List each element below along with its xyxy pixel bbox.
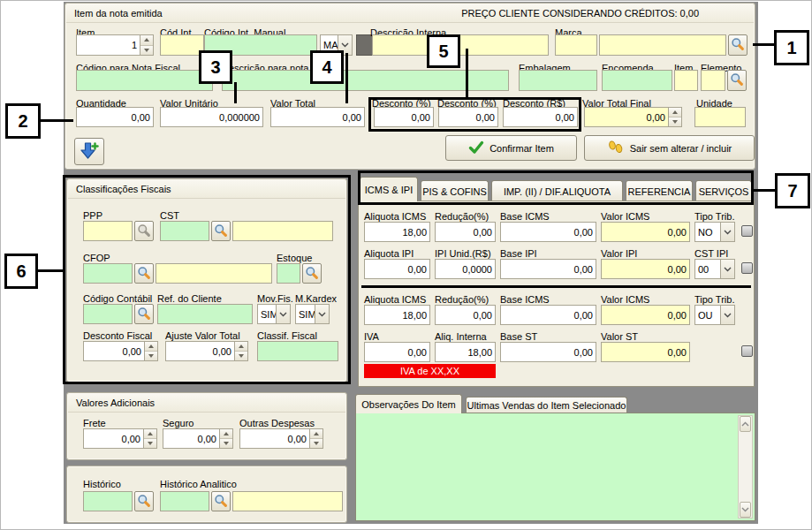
seguro-spinner[interactable] (219, 429, 232, 448)
quantidade-field[interactable]: 0,00 (76, 107, 154, 127)
cst-field[interactable] (160, 221, 209, 241)
embalagem-field[interactable] (519, 70, 597, 91)
tab-servicos[interactable]: SERVIÇOS (695, 180, 752, 201)
desconto-fiscal-spinner[interactable] (144, 342, 157, 360)
cod-int-field[interactable] (160, 34, 204, 56)
observacoes-textarea[interactable] (355, 413, 755, 521)
tab-pis-cofins[interactable]: PIS & COFINS (421, 180, 489, 201)
ppp-search-button[interactable] (134, 221, 154, 241)
historico-panel: Histórico Histórico Analitico (66, 466, 347, 523)
tab-referencia[interactable]: REFERENCIA (626, 180, 693, 201)
ajuste-vt-spinner[interactable] (234, 342, 247, 360)
historico-analitico-field[interactable] (160, 491, 209, 511)
aliquota-ipi-field[interactable]: 0,00 (364, 259, 430, 279)
item-spinner[interactable] (140, 35, 153, 55)
historico-search-button[interactable] (134, 491, 154, 511)
mov-fis-combo[interactable]: SIM (257, 304, 291, 324)
ppp-field[interactable] (83, 221, 133, 241)
valor-icms2-field[interactable]: 0,00 (601, 305, 690, 325)
marca-code-field[interactable] (555, 34, 597, 56)
aliquota-icms-field[interactable]: 18,00 (364, 222, 430, 242)
cfop-field[interactable] (83, 263, 133, 284)
icms-checkbox[interactable] (741, 225, 753, 237)
aliquota-icms2-field[interactable]: 18,00 (364, 305, 430, 325)
item-col-field[interactable] (674, 70, 698, 91)
elemento-search-button[interactable] (727, 70, 747, 91)
st-checkbox[interactable] (741, 345, 753, 357)
marca-search-button[interactable] (728, 34, 747, 56)
ajuste-vt-field[interactable]: 0,00 (165, 341, 248, 361)
cod-contabil-search-button[interactable] (134, 304, 154, 324)
chevron-down-icon[interactable] (720, 223, 734, 241)
valor-unitario-field[interactable]: 0,000000 (160, 107, 263, 127)
observacoes-scrollbar[interactable] (738, 415, 753, 519)
tab-ultimas-vendas[interactable]: Ultimas Vendas do Item Selecionado (466, 397, 627, 413)
confirmar-item-button[interactable]: Confirmar Item (445, 135, 577, 161)
valor-total-final-field[interactable]: 0,00 (584, 107, 682, 127)
unidade-field[interactable] (694, 107, 746, 127)
chevron-down-icon[interactable] (720, 260, 734, 278)
tab-icms-ipi[interactable]: ICMS & IPI (360, 177, 418, 201)
chevron-down-icon[interactable] (276, 305, 290, 323)
reducao-field[interactable]: 0,00 (435, 222, 496, 242)
classif-fiscal-field[interactable] (257, 341, 338, 361)
sair-button[interactable]: Sair sem alterar / incluir (584, 135, 755, 161)
desconto-rs-field[interactable]: 0,00 (503, 107, 578, 127)
chevron-down-icon[interactable] (720, 306, 734, 324)
scroll-down-icon[interactable] (740, 502, 751, 518)
cst-desc-field[interactable] (232, 221, 333, 241)
reducao2-field[interactable]: 0,00 (435, 305, 496, 325)
outras-despesas-spinner[interactable] (309, 429, 323, 448)
historico-analitico-search-button[interactable] (211, 491, 231, 511)
ref-cliente-field[interactable] (157, 304, 253, 324)
tab-observacoes[interactable]: Observações Do Item (355, 394, 462, 413)
valor-st-field[interactable]: 0,00 (601, 342, 690, 362)
cod-contabil-field[interactable] (83, 304, 133, 324)
estoque-field[interactable] (277, 263, 300, 284)
cst-ipi-combo[interactable]: 00 (694, 259, 735, 279)
iva-field[interactable]: 0,00 (364, 342, 430, 362)
chevron-down-icon[interactable] (315, 305, 329, 323)
historico-analitico-desc-field[interactable] (232, 491, 343, 511)
cod-nf-field[interactable] (76, 70, 213, 91)
frete-field[interactable]: 0,00 (83, 428, 157, 449)
cfop-search-button[interactable] (134, 263, 154, 284)
add-item-button[interactable] (74, 138, 104, 165)
valor-icms-field[interactable]: 0,00 (601, 222, 690, 242)
m-kardex-combo[interactable]: SIM (295, 304, 330, 324)
cst-ipi-label: CST IPI (694, 248, 728, 259)
frete-spinner[interactable] (143, 429, 156, 448)
ipi-unid-field[interactable]: 0,0000 (435, 259, 496, 279)
tipo-trib-combo[interactable]: NO (694, 222, 735, 242)
valor-ipi-field[interactable]: 0,00 (601, 259, 690, 279)
base-icms-field[interactable]: 0,00 (500, 222, 596, 242)
scroll-up-icon[interactable] (740, 416, 751, 432)
tab-imp-dif-aliquota[interactable]: IMP. (II) / DIF.ALIQUOTA (491, 180, 623, 201)
desc-interna-field[interactable] (372, 34, 549, 56)
base-st-field[interactable]: 0,00 (500, 342, 596, 362)
valor-total-field[interactable]: 0,00 (270, 107, 365, 127)
valor-total-final-spinner[interactable] (668, 108, 681, 126)
valores-adicionais-panel: Valores Adicionais Frete 0,00 Seguro 0,0… (66, 392, 347, 460)
tipo-trib2-combo[interactable]: OU (694, 305, 735, 325)
encomenda-field[interactable] (602, 70, 672, 91)
desconto2-field[interactable]: 0,00 (438, 107, 498, 127)
mov-fis-label: Mov.Fis. (257, 293, 293, 304)
outras-despesas-field[interactable]: 0,00 (239, 428, 323, 449)
desconto-fiscal-field[interactable]: 0,00 (83, 341, 158, 361)
historico-field[interactable] (83, 491, 133, 511)
tab-label: IMP. (II) / DIF.ALIQUOTA (504, 186, 611, 197)
desconto1-field[interactable]: 0,00 (374, 107, 434, 127)
ipi-checkbox[interactable] (741, 262, 753, 274)
item-number-field[interactable]: 1 (76, 34, 154, 56)
estoque-search-button[interactable] (302, 263, 322, 284)
cst-search-button[interactable] (211, 221, 231, 241)
panel-title: Item da nota emitida (74, 8, 163, 19)
seguro-field[interactable]: 0,00 (163, 428, 233, 449)
cfop-desc-field[interactable] (156, 263, 272, 284)
elemento-field[interactable] (701, 70, 725, 91)
aliq-interna-field[interactable]: 18,00 (435, 342, 496, 362)
base-ipi-field[interactable]: 0,00 (500, 259, 596, 279)
marca-desc-field[interactable] (599, 34, 726, 56)
base-icms2-field[interactable]: 0,00 (500, 305, 596, 325)
